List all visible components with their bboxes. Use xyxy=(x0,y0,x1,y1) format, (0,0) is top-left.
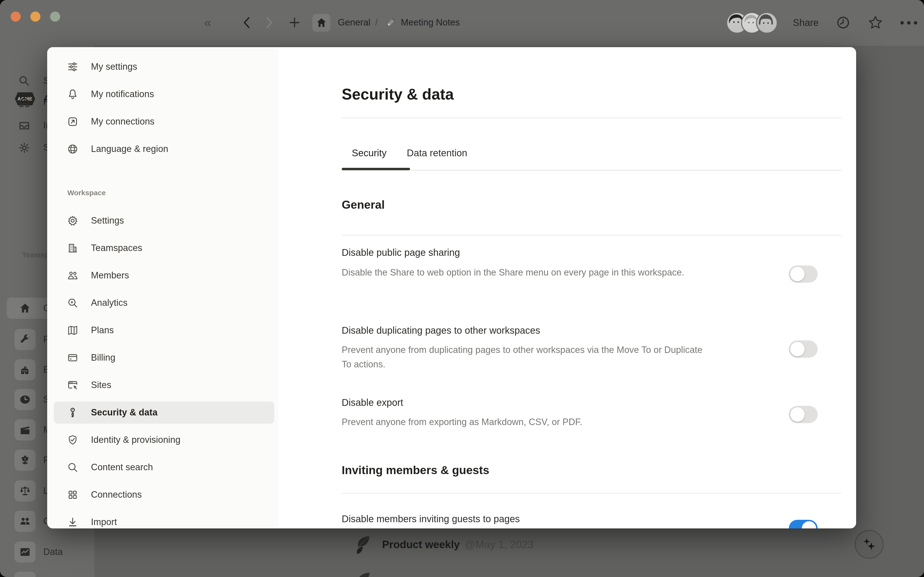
toggle-disable-public-page-sharing[interactable] xyxy=(789,266,817,283)
settings-content: Security & data Security Data retention … xyxy=(278,47,856,529)
star-icon[interactable] xyxy=(868,15,883,30)
sparkles-icon xyxy=(861,536,877,553)
collaborator-avatars[interactable] xyxy=(726,12,777,34)
history-clock-icon[interactable] xyxy=(836,15,850,30)
settings-nav-teamspaces[interactable]: Teamspaces xyxy=(54,237,274,259)
settings-nav-settings[interactable]: Settings xyxy=(54,210,274,232)
settings-nav-plans[interactable]: Plans xyxy=(54,319,274,342)
clock-tile-icon xyxy=(15,389,36,410)
divider xyxy=(342,117,841,118)
setting-title: Disable duplicating pages to other works… xyxy=(342,325,540,336)
tab-bar: Security Data retention xyxy=(342,145,477,161)
external-link-icon xyxy=(67,116,78,127)
leaf-icon xyxy=(355,571,373,577)
section-heading-general: General xyxy=(342,198,385,211)
forward-button[interactable] xyxy=(264,16,274,29)
credit-card-icon xyxy=(67,353,78,363)
grid-icon xyxy=(67,490,78,500)
search-icon xyxy=(13,75,35,87)
settings-nav: My settings My notifications My connecti… xyxy=(47,47,278,529)
active-tab-underline xyxy=(342,168,410,170)
setting-description: Prevent anyone from exporting as Markdow… xyxy=(342,415,582,429)
page-link-row[interactable]: Product weekly @May 1, 2023 xyxy=(355,532,534,557)
settings-nav-security-data[interactable]: Security & data xyxy=(54,401,274,424)
search-sparkle-icon xyxy=(67,298,78,308)
settings-nav-my-settings[interactable]: My settings xyxy=(54,56,274,78)
app-root: « General / xyxy=(0,0,924,577)
leaf-icon xyxy=(355,535,373,555)
settings-nav-content-search[interactable]: Content search xyxy=(54,456,274,479)
clapper-tile-icon xyxy=(15,419,36,440)
setting-title: Disable public page sharing xyxy=(342,247,460,258)
wrench-tile-icon xyxy=(15,329,36,350)
back-button[interactable] xyxy=(242,16,252,29)
tab-data-retention[interactable]: Data retention xyxy=(397,145,477,161)
breadcrumb-separator: / xyxy=(375,17,378,28)
settings-nav-language-region[interactable]: Language & region xyxy=(54,138,274,160)
scales-tile-icon xyxy=(15,480,36,501)
settings-nav-my-notifications[interactable]: My notifications xyxy=(54,83,274,105)
settings-nav-connections[interactable]: Connections xyxy=(54,484,274,506)
settings-nav-my-connections[interactable]: My connections xyxy=(54,111,274,133)
settings-nav-analytics[interactable]: Analytics xyxy=(54,292,274,314)
globe-icon xyxy=(67,144,78,154)
building-icon xyxy=(67,243,78,253)
top-bar: « General / xyxy=(0,0,924,46)
divider xyxy=(342,235,841,235)
chart-tile-icon xyxy=(15,542,36,562)
traffic-minimize-button[interactable] xyxy=(30,11,40,22)
notion-window: « General / xyxy=(0,0,924,577)
settings-nav-billing[interactable]: Billing xyxy=(54,347,274,369)
settings-nav-identity-provisioning[interactable]: Identity & provisioning xyxy=(54,429,274,451)
shield-check-icon xyxy=(67,435,78,445)
ellipsis-icon[interactable] xyxy=(900,21,917,24)
breadcrumb-section[interactable]: General xyxy=(338,17,370,28)
setting-title: Disable export xyxy=(342,397,403,408)
settings-nav-sites[interactable]: Sites xyxy=(54,374,274,396)
home-icon xyxy=(13,96,35,108)
page-link-row[interactable]: Product weekly @May 8, 2023 xyxy=(355,569,534,577)
workspace-section-label: Workspace xyxy=(67,189,106,197)
members-icon xyxy=(67,270,78,281)
page-title: Security & data xyxy=(342,85,454,103)
toggle-disable-members-inviting-guests[interactable] xyxy=(789,520,817,529)
settings-nav-import[interactable]: Import xyxy=(54,511,274,529)
sliders-icon xyxy=(67,61,78,72)
map-icon xyxy=(67,325,78,335)
setting-description: Prevent anyone from duplicating pages to… xyxy=(342,343,705,372)
settings-nav-members[interactable]: Members xyxy=(54,264,274,287)
search-icon xyxy=(67,462,78,473)
share-button[interactable]: Share xyxy=(793,17,819,28)
breadcrumb-home-button[interactable] xyxy=(312,14,330,32)
inbox-icon xyxy=(13,119,35,132)
banknote-tile-icon xyxy=(15,572,36,577)
house-tile-icon xyxy=(15,298,36,319)
pencil-icon xyxy=(384,16,397,29)
import-arrow-icon xyxy=(67,517,78,527)
sidebar-team-data[interactable]: Data xyxy=(0,542,154,562)
setting-title: Disable members inviting guests to pages xyxy=(342,514,520,525)
section-heading-inviting: Inviting members & guests xyxy=(342,464,489,477)
new-tab-plus-button[interactable] xyxy=(288,17,301,28)
flower-tile-icon xyxy=(15,450,36,471)
avatar-3[interactable] xyxy=(756,12,777,34)
gear-icon xyxy=(13,142,35,154)
ai-sparkle-button[interactable] xyxy=(855,530,884,559)
people-tile-icon xyxy=(15,511,36,532)
toggle-disable-duplicating-pages[interactable] xyxy=(789,340,817,358)
key-icon xyxy=(67,407,78,418)
sidebar-team-finance[interactable]: Finance xyxy=(0,572,154,577)
gear-icon xyxy=(67,215,78,226)
toggle-disable-export[interactable] xyxy=(789,406,817,423)
tab-security[interactable]: Security xyxy=(342,145,397,161)
traffic-close-button[interactable] xyxy=(11,11,21,22)
traffic-zoom-button[interactable] xyxy=(50,11,60,22)
bell-icon xyxy=(67,89,78,100)
browser-cursor-icon xyxy=(67,380,78,390)
sidebar-collapse-icon[interactable]: « xyxy=(204,16,211,29)
setting-description: Disable the Share to web option in the S… xyxy=(342,266,684,280)
school-tile-icon xyxy=(15,359,36,380)
settings-modal: My settings My notifications My connecti… xyxy=(47,47,856,529)
divider xyxy=(342,493,841,494)
breadcrumb-page-title[interactable]: Meeting Notes xyxy=(401,17,460,28)
